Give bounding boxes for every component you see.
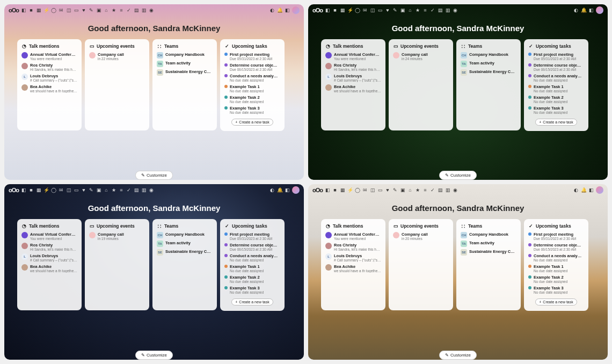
task-row[interactable]: Example Task 1No due date assigned bbox=[528, 84, 584, 93]
customize-button[interactable]: ✎Customize bbox=[439, 351, 477, 360]
customize-button[interactable]: ✎Customize bbox=[439, 171, 477, 180]
app-icon-7[interactable]: ▭ bbox=[377, 8, 383, 13]
team-row[interactable]: CHCompany Handbook bbox=[157, 52, 213, 59]
mention-row[interactable]: Annual Virtual ConferenceYou were mentio… bbox=[21, 232, 77, 241]
task-row[interactable]: Example Task 1No due date assigned bbox=[224, 264, 280, 273]
app-icon-3[interactable]: ⚡ bbox=[347, 187, 353, 193]
task-row[interactable]: First project meetingDue 05/31/2023 at 2… bbox=[528, 232, 584, 241]
app-icon-2[interactable]: ▦ bbox=[340, 187, 345, 193]
app-icon-16[interactable]: ▥ bbox=[445, 187, 450, 193]
mention-row[interactable]: LLouis Debruys# Call summary – {"outs":{… bbox=[21, 253, 77, 262]
mention-row[interactable]: Ros ChristyHi Sandra, let's make this ha… bbox=[21, 63, 77, 71]
app-icon-5[interactable]: ✉ bbox=[59, 187, 64, 193]
app-icon-5[interactable]: ✉ bbox=[362, 187, 368, 193]
mention-row[interactable]: Annual Virtual ConferenceYou were mentio… bbox=[325, 52, 381, 61]
event-row[interactable]: Company callin 20 minutes bbox=[393, 232, 449, 241]
task-row[interactable]: First project meetingDue 05/31/2023 at 2… bbox=[224, 52, 280, 61]
app-icon-17[interactable]: ◉ bbox=[453, 187, 458, 193]
app-icon-3[interactable]: ⚡ bbox=[43, 8, 49, 13]
app-icon-13[interactable]: ≡ bbox=[119, 187, 124, 193]
task-row[interactable]: Conduct a needs analysisNo due date assi… bbox=[224, 74, 280, 82]
user-avatar[interactable] bbox=[596, 186, 603, 194]
app-icon-7[interactable]: ▭ bbox=[377, 187, 383, 193]
app-icon-13[interactable]: ≡ bbox=[422, 8, 428, 13]
user-avatar[interactable] bbox=[596, 6, 603, 14]
app-icon-17[interactable]: ◉ bbox=[453, 8, 458, 13]
app-icon-15[interactable]: ▤ bbox=[134, 187, 139, 193]
team-row[interactable]: TATeam activity bbox=[461, 61, 516, 67]
customize-button[interactable]: ✎Customize bbox=[135, 351, 173, 360]
task-row[interactable]: Example Task 3No due date assigned bbox=[528, 286, 584, 294]
team-row[interactable]: SESustainable Energy Course bbox=[461, 249, 516, 256]
app-icon-16[interactable]: ▥ bbox=[445, 8, 450, 13]
app-icon-13[interactable]: ≡ bbox=[422, 187, 428, 193]
app-icon-11[interactable]: ⌂ bbox=[104, 8, 109, 13]
app-icon-16[interactable]: ▥ bbox=[141, 187, 147, 193]
team-row[interactable]: CHCompany Handbook bbox=[461, 52, 516, 59]
task-row[interactable]: Example Task 2No due date assigned bbox=[528, 95, 584, 104]
mention-row[interactable]: LLouis Debruys# Call summary – {"outs":{… bbox=[21, 74, 77, 82]
app-icon-11[interactable]: ⌂ bbox=[104, 187, 109, 193]
task-row[interactable]: Example Task 3No due date assigned bbox=[224, 106, 280, 114]
event-row[interactable]: Company callin 22 minutes bbox=[89, 52, 145, 61]
team-row[interactable]: SESustainable Energy Course bbox=[157, 69, 213, 76]
app-icon-6[interactable]: ◫ bbox=[66, 187, 71, 193]
app-icon-9[interactable]: ✎ bbox=[392, 187, 398, 193]
app-icon-17[interactable]: ◉ bbox=[149, 187, 154, 193]
task-row[interactable]: Determine course objectivesDue 06/15/202… bbox=[224, 63, 280, 71]
app-icon-4[interactable]: ◯ bbox=[355, 187, 360, 193]
app-icon-7[interactable]: ▭ bbox=[74, 8, 79, 13]
app-icon-10[interactable]: ▣ bbox=[96, 187, 101, 193]
status-icon-1[interactable]: 🔔 bbox=[581, 8, 586, 13]
mention-row[interactable]: Ros ChristyHi Sandra, let's make this ha… bbox=[325, 243, 381, 251]
app-icon-14[interactable]: ✓ bbox=[430, 8, 435, 13]
app-icon-15[interactable]: ▤ bbox=[134, 8, 139, 13]
task-row[interactable]: Example Task 2No due date assigned bbox=[224, 275, 280, 283]
task-row[interactable]: Determine course objectivesDue 06/15/202… bbox=[528, 243, 584, 251]
app-icon-12[interactable]: ★ bbox=[111, 8, 116, 13]
task-row[interactable]: Example Task 3No due date assigned bbox=[224, 286, 280, 294]
app-icon-8[interactable]: ♥ bbox=[385, 8, 390, 13]
app-icon-15[interactable]: ▤ bbox=[438, 8, 443, 13]
app-icon-17[interactable]: ◉ bbox=[149, 8, 154, 13]
status-icon-0[interactable]: ◐ bbox=[269, 187, 275, 193]
app-icon-2[interactable]: ▦ bbox=[36, 187, 41, 193]
app-icon-0[interactable]: ◧ bbox=[325, 187, 330, 193]
app-icon-4[interactable]: ◯ bbox=[51, 187, 56, 193]
app-icon-10[interactable]: ▣ bbox=[96, 8, 101, 13]
app-icon-1[interactable]: ■ bbox=[28, 187, 34, 193]
create-task-button[interactable]: +Create a new task bbox=[231, 299, 273, 305]
app-icon-12[interactable]: ★ bbox=[415, 187, 420, 193]
status-icon-0[interactable]: ◐ bbox=[573, 187, 579, 193]
task-row[interactable]: Conduct a needs analysisNo due date assi… bbox=[224, 253, 280, 262]
app-icon-6[interactable]: ◫ bbox=[370, 8, 375, 13]
mention-row[interactable]: Bea Achikewe should have a th together … bbox=[325, 84, 381, 93]
app-icon-7[interactable]: ▭ bbox=[74, 187, 79, 193]
app-icon-2[interactable]: ▦ bbox=[340, 8, 345, 13]
mention-row[interactable]: Ros ChristyHi Sandra, let's make this ha… bbox=[325, 63, 381, 71]
status-icon-1[interactable]: 🔔 bbox=[277, 8, 282, 13]
app-icon-5[interactable]: ✉ bbox=[362, 8, 368, 13]
app-icon-12[interactable]: ★ bbox=[111, 187, 116, 193]
status-icon-0[interactable]: ◐ bbox=[269, 8, 275, 13]
app-icon-12[interactable]: ★ bbox=[415, 8, 420, 13]
status-icon-0[interactable]: ◐ bbox=[573, 8, 579, 13]
app-icon-9[interactable]: ✎ bbox=[89, 8, 94, 13]
app-icon-11[interactable]: ⌂ bbox=[407, 8, 413, 13]
app-icon-0[interactable]: ◧ bbox=[325, 8, 330, 13]
mention-row[interactable]: Annual Virtual ConferenceYou were mentio… bbox=[325, 232, 381, 241]
task-row[interactable]: Conduct a needs analysisNo due date assi… bbox=[528, 253, 584, 262]
task-row[interactable]: Example Task 2No due date assigned bbox=[224, 95, 280, 104]
app-icon-16[interactable]: ▥ bbox=[141, 8, 147, 13]
app-icon-1[interactable]: ■ bbox=[332, 187, 338, 193]
user-avatar[interactable] bbox=[292, 186, 300, 194]
app-icon-1[interactable]: ■ bbox=[332, 8, 338, 13]
customize-button[interactable]: ✎Customize bbox=[135, 171, 173, 180]
mention-row[interactable]: Bea Achikewe should have a th together … bbox=[21, 84, 77, 93]
app-icon-11[interactable]: ⌂ bbox=[407, 187, 413, 193]
app-icon-8[interactable]: ♥ bbox=[385, 187, 390, 193]
team-row[interactable]: CHCompany Handbook bbox=[461, 232, 516, 238]
status-icon-2[interactable]: ◧ bbox=[285, 187, 290, 193]
mention-row[interactable]: Ros ChristyHi Sandra, let's make this ha… bbox=[21, 243, 77, 251]
status-icon-2[interactable]: ◧ bbox=[588, 187, 594, 193]
